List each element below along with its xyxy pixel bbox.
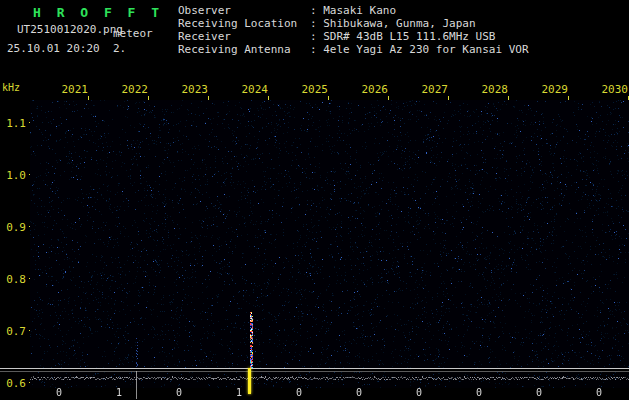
freq-tick-label: 1.1 bbox=[0, 117, 26, 130]
time-tick-label: 2028 bbox=[478, 83, 508, 96]
info-row: Receiving Antenna: 4ele Yagi Az 230 for … bbox=[178, 43, 529, 56]
info-label: Receiving Antenna bbox=[178, 43, 310, 56]
info-label: Receiving Location bbox=[178, 17, 310, 30]
info-label: Observer bbox=[178, 4, 310, 17]
freq-tick-label: 0.8 bbox=[0, 273, 26, 286]
minute-count: 0 bbox=[44, 387, 74, 398]
freq-tick-label: 1.0 bbox=[0, 169, 26, 182]
freq-tick-label: 0.9 bbox=[0, 221, 26, 234]
info-row: Observer: Masaki Kano bbox=[178, 4, 529, 17]
time-tick-label: 2023 bbox=[178, 83, 208, 96]
info-row: Receiving Location: Shibukawa, Gunma, Ja… bbox=[178, 17, 529, 30]
minute-count: 0 bbox=[164, 387, 194, 398]
time-tick-label: 2029 bbox=[538, 83, 568, 96]
freq-tick-label: 0.7 bbox=[0, 325, 26, 338]
minute-count: 0 bbox=[344, 387, 374, 398]
minute-count: 1 bbox=[104, 387, 134, 398]
minute-count: 0 bbox=[464, 387, 494, 398]
info-value: : Masaki Kano bbox=[310, 4, 396, 17]
hrofft-screen: H R O F F T UT2510012020.png meteor 25.1… bbox=[0, 0, 629, 400]
level-canvas bbox=[30, 372, 629, 388]
time-tick-label: 2025 bbox=[298, 83, 328, 96]
time-tick-label: 2027 bbox=[418, 83, 448, 96]
time-axis: 2021202220232024202520262027202820292030 bbox=[0, 83, 629, 101]
minute-count: 0 bbox=[524, 387, 554, 398]
minute-count: 1 bbox=[224, 387, 254, 398]
time-tick-label: 2024 bbox=[238, 83, 268, 96]
info-value: : Shibukawa, Gunma, Japan bbox=[310, 17, 476, 30]
time-tick-label: 2022 bbox=[118, 83, 148, 96]
receiver-info: Observer: Masaki KanoReceiving Location:… bbox=[178, 4, 529, 56]
info-value: : 4ele Yagi Az 230 for Kansai VOR bbox=[310, 43, 529, 56]
time-tick-label: 2030 bbox=[598, 83, 628, 96]
minute-count: 0 bbox=[284, 387, 314, 398]
info-value: : SDR# 43dB L15 111.6MHz USB bbox=[310, 30, 495, 43]
separator-line-top bbox=[0, 368, 629, 369]
observation-mode-label: meteor bbox=[113, 27, 153, 40]
minute-count: 0 bbox=[404, 387, 434, 398]
counts-row: 0101000000 bbox=[0, 387, 629, 399]
spectrogram-canvas bbox=[30, 100, 629, 368]
info-label: Receiver bbox=[178, 30, 310, 43]
minute-count: 0 bbox=[584, 387, 614, 398]
info-row: Receiver: SDR# 43dB L15 111.6MHz USB bbox=[178, 30, 529, 43]
app-title: H R O F F T bbox=[33, 5, 163, 20]
freq-axis: 1.11.00.90.80.70.6 bbox=[0, 0, 34, 400]
time-tick-label: 2026 bbox=[358, 83, 388, 96]
time-tick-label: 2021 bbox=[58, 83, 88, 96]
